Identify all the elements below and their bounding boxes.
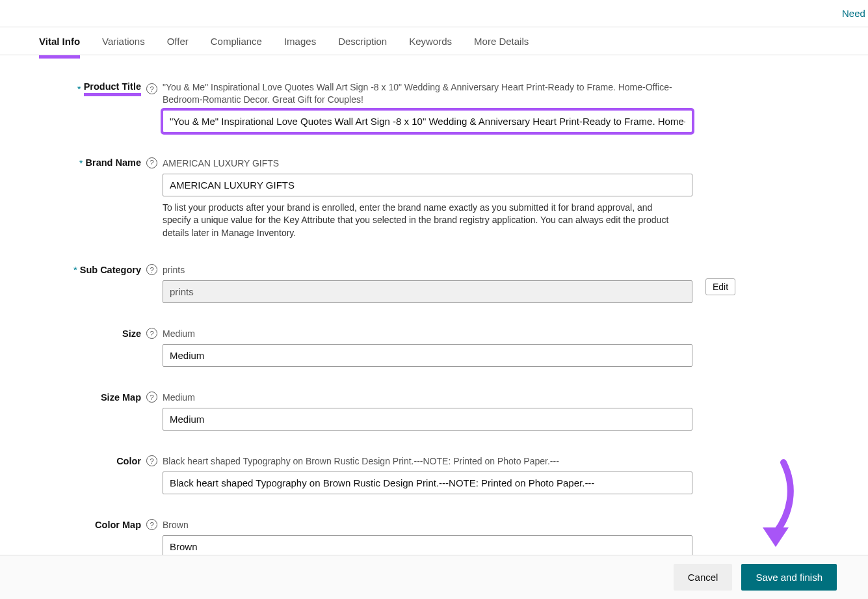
value-col: Black heart shaped Typography on Brown R… [163,455,692,494]
label-col: Size ? [39,328,163,339]
color-input[interactable] [163,472,692,494]
field-size: Size ? Medium [39,328,829,367]
required-star: * [79,157,83,168]
label-col: Size Map ? [39,392,163,403]
field-brand-name: * Brand Name ? AMERICAN LUXURY GIFTS To … [39,157,829,240]
help-icon[interactable]: ? [146,455,157,466]
help-icon[interactable]: ? [146,328,157,339]
value-col: prints [163,264,692,303]
field-product-title: * Product Title ? "You & Me" Inspiration… [39,81,829,133]
field-sub-category: * Sub Category ? prints Edit [39,264,829,303]
form-area: * Product Title ? "You & Me" Inspiration… [0,55,868,599]
tab-keywords[interactable]: Keywords [409,28,452,55]
save-and-finish-button[interactable]: Save and finish [741,564,837,591]
tab-offer[interactable]: Offer [167,28,189,55]
help-icon[interactable]: ? [146,83,157,94]
field-size-map: Size Map ? Medium [39,392,829,431]
size-map-input[interactable] [163,408,692,431]
label-col: * Sub Category ? [39,264,163,275]
size-map-label: Size Map [101,392,141,403]
size-label: Size [122,328,141,339]
brand-name-hint: AMERICAN LUXURY GIFTS [163,157,692,170]
size-hint: Medium [163,328,692,340]
tab-images[interactable]: Images [284,28,316,55]
sub-category-hint: prints [163,264,692,276]
required-star: * [73,264,77,275]
tab-compliance[interactable]: Compliance [211,28,262,55]
label-col: Color Map ? [39,519,163,530]
size-input[interactable] [163,344,692,367]
field-color-map: Color Map ? Brown [39,519,829,558]
help-icon[interactable]: ? [146,157,157,168]
label-col: * Product Title ? [39,81,163,96]
tab-more-details[interactable]: More Details [474,28,529,55]
need-help-link[interactable]: Need hel [842,8,868,19]
field-color: Color ? Black heart shaped Typography on… [39,455,829,494]
footer-bar: Cancel Save and finish [0,555,868,599]
value-col: Brown [163,519,692,558]
brand-name-label: Brand Name [86,157,141,168]
tab-variations[interactable]: Variations [102,28,145,55]
tabs-bar: Vital Info Variations Offer Compliance I… [0,27,868,55]
brand-name-input[interactable] [163,174,692,196]
value-col: Medium [163,392,692,431]
value-col: Medium [163,328,692,367]
value-col: AMERICAN LUXURY GIFTS To list your produ… [163,157,692,240]
product-title-label: Product Title [84,81,141,96]
size-map-hint: Medium [163,392,692,404]
help-icon[interactable]: ? [146,264,157,275]
color-map-hint: Brown [163,519,692,531]
value-col: "You & Me" Inspirational Love Quotes Wal… [163,81,692,133]
label-col: Color ? [39,455,163,466]
sub-category-input [163,280,692,303]
color-map-label: Color Map [95,520,141,530]
product-title-input[interactable] [163,110,692,133]
help-icon[interactable]: ? [146,392,157,403]
brand-name-note: To list your products after your brand i… [163,202,683,240]
tab-description[interactable]: Description [338,28,387,55]
label-col: * Brand Name ? [39,157,163,168]
required-star: * [77,83,81,94]
color-label: Color [116,456,141,466]
sub-category-edit-button[interactable]: Edit [705,278,735,295]
help-icon[interactable]: ? [146,519,157,530]
cancel-button[interactable]: Cancel [674,564,733,591]
product-title-hint: "You & Me" Inspirational Love Quotes Wal… [163,81,692,106]
top-header: Need hel [0,0,868,27]
sub-category-label: Sub Category [80,265,141,275]
color-hint: Black heart shaped Typography on Brown R… [163,455,692,468]
edit-col: Edit [692,264,731,295]
tab-vital-info[interactable]: Vital Info [39,28,80,55]
